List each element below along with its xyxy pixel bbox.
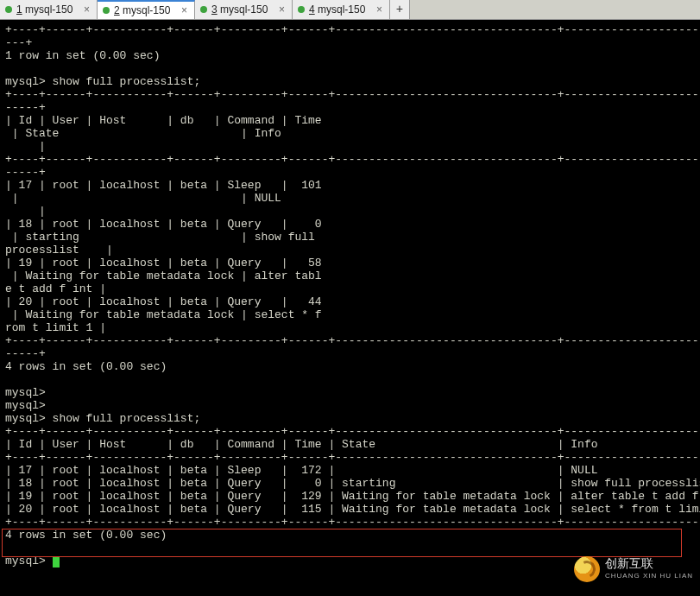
close-icon[interactable]: ×	[82, 3, 91, 16]
tab-number: 2	[114, 4, 120, 16]
watermark-sub: CHUANG XIN HU LIAN	[605, 572, 693, 580]
status-dot-icon	[103, 7, 110, 14]
close-icon[interactable]: ×	[180, 4, 189, 16]
tab-label: mysql-150	[318, 3, 365, 16]
tab-1[interactable]: 1 mysql-150 ×	[0, 0, 98, 19]
terminal-output[interactable]: +----+------+-----------+------+--------…	[0, 20, 700, 571]
tab-label: mysql-150	[220, 3, 268, 16]
watermark-logo-icon	[574, 556, 600, 582]
close-icon[interactable]: ×	[277, 3, 287, 16]
tab-label: mysql-150	[123, 4, 170, 16]
tab-number: 1	[16, 3, 22, 16]
status-dot-icon	[5, 6, 12, 13]
tab-number: 3	[211, 3, 218, 16]
tab-2[interactable]: 2 mysql-150 ×	[98, 0, 195, 19]
cursor-icon	[53, 556, 60, 567]
tab-label: mysql-150	[25, 3, 73, 16]
watermark: 创新互联 CHUANG XIN HU LIAN	[574, 556, 693, 582]
tab-number: 4	[309, 3, 315, 16]
tab-bar: 1 mysql-150 × 2 mysql-150 × 3 mysql-150 …	[0, 0, 700, 20]
watermark-brand: 创新互联	[605, 556, 653, 570]
add-tab-button[interactable]: +	[390, 0, 410, 19]
status-dot-icon	[200, 6, 207, 13]
watermark-text: 创新互联 CHUANG XIN HU LIAN	[605, 558, 693, 581]
tab-3[interactable]: 3 mysql-150 ×	[195, 0, 293, 19]
close-icon[interactable]: ×	[375, 3, 384, 16]
terminal-text: +----+------+-----------+------+--------…	[5, 23, 700, 567]
tab-4[interactable]: 4 mysql-150 ×	[293, 0, 390, 19]
status-dot-icon	[298, 6, 305, 13]
